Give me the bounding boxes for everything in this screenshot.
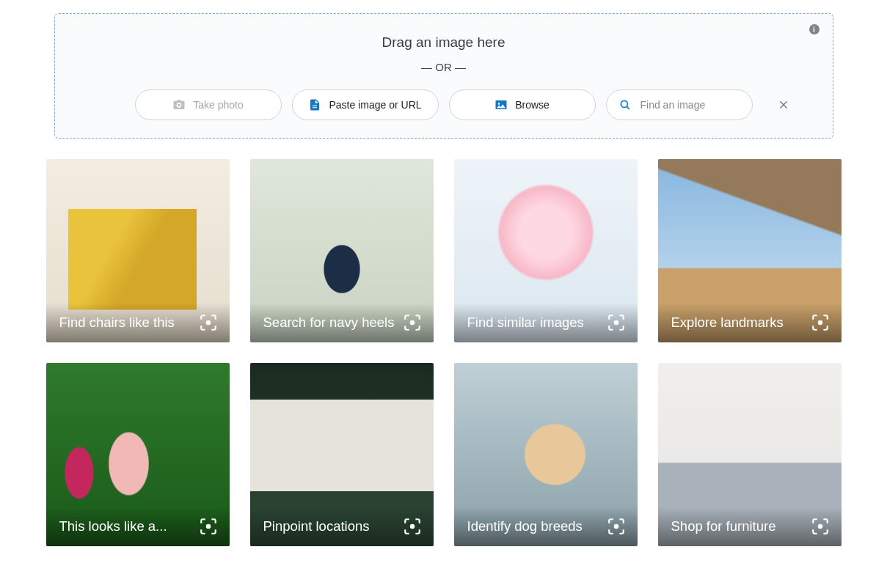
svg-point-5 <box>205 320 211 326</box>
visual-search-icon <box>403 313 422 332</box>
card-overlay: This looks like a... <box>46 507 230 546</box>
card-caption: Explore landmarks <box>671 315 784 331</box>
example-card-dog-breeds[interactable]: Identify dog breeds <box>454 363 638 546</box>
visual-search-icon <box>403 517 422 536</box>
visual-search-icon <box>811 517 830 536</box>
example-card-furniture[interactable]: Shop for furniture <box>658 363 842 546</box>
card-overlay: Shop for furniture <box>658 507 842 546</box>
or-separator-text: — OR — <box>70 61 818 73</box>
visual-search-icon <box>199 517 218 536</box>
camera-icon <box>172 98 186 111</box>
svg-line-2 <box>627 106 629 109</box>
image-icon <box>494 98 508 111</box>
paste-image-label: Paste image or URL <box>329 99 421 111</box>
browse-label: Browse <box>515 99 550 111</box>
card-caption: Pinpoint locations <box>263 518 370 534</box>
visual-search-icon <box>607 313 626 332</box>
card-caption: Shop for furniture <box>671 518 776 534</box>
card-overlay: Identify dog breeds <box>454 507 638 546</box>
dropzone-actions: Take photo Paste image or URL Browse <box>70 89 818 120</box>
browse-button[interactable]: Browse <box>449 89 596 120</box>
svg-point-6 <box>409 320 415 326</box>
card-caption: Identify dog breeds <box>467 518 583 534</box>
card-overlay: Find chairs like this <box>46 303 230 342</box>
example-card-locations[interactable]: Pinpoint locations <box>250 363 434 546</box>
example-card-flower[interactable]: Find similar images <box>454 159 638 342</box>
svg-point-1 <box>621 100 627 107</box>
card-caption: Find similar images <box>467 315 584 331</box>
svg-point-8 <box>817 320 822 326</box>
svg-point-10 <box>409 524 415 529</box>
example-card-chairs[interactable]: Find chairs like this <box>46 159 230 342</box>
card-overlay: Find similar images <box>454 303 638 342</box>
visual-search-icon <box>811 313 830 332</box>
drag-prompt-text: Drag an image here <box>70 34 818 51</box>
card-overlay: Search for navy heels <box>250 303 434 342</box>
image-dropzone[interactable]: i Drag an image here — OR — Take photo P… <box>54 13 833 139</box>
take-photo-label: Take photo <box>193 99 244 111</box>
info-icon[interactable]: i <box>809 24 820 34</box>
clear-icon[interactable] <box>778 99 789 111</box>
svg-point-11 <box>613 524 618 529</box>
paste-image-button[interactable]: Paste image or URL <box>292 89 439 120</box>
card-overlay: Pinpoint locations <box>250 507 434 546</box>
card-caption: Find chairs like this <box>59 315 175 331</box>
file-icon <box>308 98 321 111</box>
card-caption: Search for navy heels <box>263 315 395 331</box>
example-card-landmarks[interactable]: Explore landmarks <box>658 159 842 342</box>
example-card-heels[interactable]: Search for navy heels <box>250 159 434 342</box>
example-cards-grid: Find chairs like this Search for navy he… <box>46 159 842 546</box>
visual-search-icon <box>199 313 218 332</box>
card-overlay: Explore landmarks <box>658 303 842 342</box>
search-icon <box>618 98 632 111</box>
svg-point-9 <box>205 524 211 529</box>
take-photo-button[interactable]: Take photo <box>135 89 282 120</box>
find-image-field[interactable] <box>606 89 753 120</box>
svg-point-12 <box>817 524 822 529</box>
find-image-input[interactable] <box>640 99 769 111</box>
card-caption: This looks like a... <box>59 518 167 534</box>
example-card-tulip[interactable]: This looks like a... <box>46 363 230 546</box>
svg-point-0 <box>178 104 180 107</box>
visual-search-icon <box>607 517 626 536</box>
svg-point-7 <box>613 320 618 326</box>
